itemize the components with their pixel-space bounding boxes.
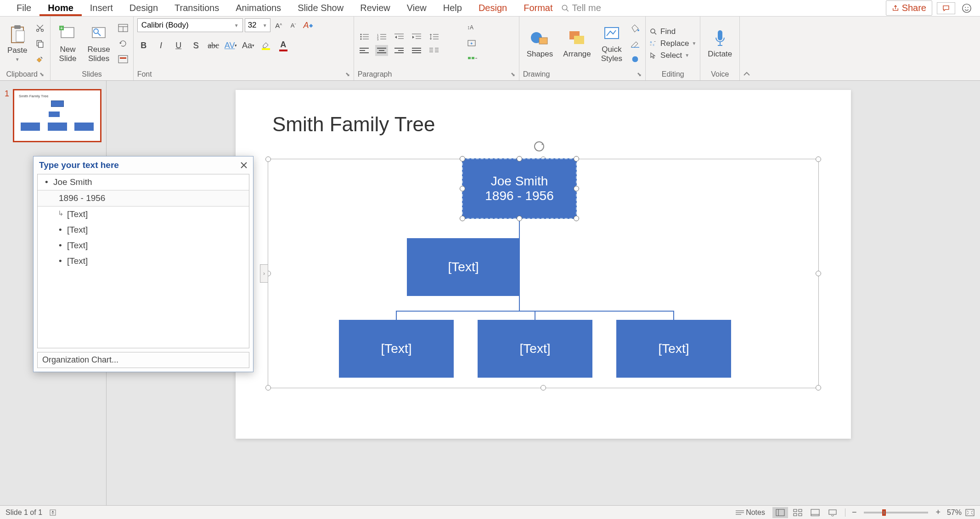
text-direction-button[interactable]: ↕A [466, 22, 479, 34]
highlight-button[interactable] [259, 39, 272, 51]
feedback-button[interactable] [962, 3, 972, 13]
text-pane-item-editing[interactable]: 1896 - 1956 [38, 190, 249, 206]
resize-handle[interactable] [816, 385, 821, 391]
text-pane-item[interactable]: [Text] [38, 222, 249, 238]
cut-button[interactable] [34, 22, 46, 34]
resize-handle[interactable] [574, 186, 579, 191]
text-shadow-button[interactable]: S [190, 39, 203, 51]
increase-indent-button[interactable] [410, 31, 423, 42]
shape-outline-button[interactable] [629, 37, 642, 50]
resize-handle[interactable] [517, 156, 522, 162]
tab-transitions[interactable]: Transitions [166, 0, 227, 16]
dialog-launcher-icon[interactable]: ⬊ [39, 71, 44, 78]
resize-handle[interactable] [816, 156, 821, 162]
strikethrough-button[interactable]: abc [207, 39, 220, 51]
align-text-button[interactable]: ✦ [466, 37, 479, 50]
resize-handle[interactable] [460, 156, 465, 162]
text-pane-item[interactable]: Joe Smith [38, 174, 249, 190]
tab-smartart-design[interactable]: Design [470, 0, 515, 16]
reuse-slides-button[interactable]: Reuse Slides [84, 22, 113, 65]
resize-handle[interactable] [574, 216, 579, 221]
shapes-button[interactable]: Shapes [523, 27, 557, 61]
clear-formatting-button[interactable]: A◆ [302, 19, 315, 31]
increase-font-button[interactable]: A^ [272, 19, 285, 31]
tab-smartart-format[interactable]: Format [515, 0, 561, 16]
tab-insert[interactable]: Insert [82, 0, 121, 16]
tab-help[interactable]: Help [435, 0, 470, 16]
layout-button[interactable] [117, 22, 130, 34]
change-case-button[interactable]: Aa▾ [242, 39, 255, 51]
tab-home[interactable]: Home [39, 0, 82, 16]
zoom-in-button[interactable]: + [933, 508, 943, 517]
columns-button[interactable] [428, 45, 440, 56]
slide-title-text[interactable]: Smith Family Tree [272, 113, 435, 136]
rotate-handle[interactable] [532, 140, 546, 153]
underline-button[interactable]: U [172, 39, 185, 51]
org-node-root[interactable]: Joe Smith 1896 - 1956 [462, 158, 577, 219]
tab-animations[interactable]: Animations [227, 0, 289, 16]
italic-button[interactable]: I [155, 39, 168, 51]
tab-view[interactable]: View [399, 0, 435, 16]
reading-view-button[interactable] [807, 507, 823, 518]
slide-canvas[interactable]: Smith Family Tree › [236, 90, 851, 439]
bold-button[interactable]: B [137, 39, 150, 51]
reset-button[interactable] [117, 37, 130, 50]
font-size-combo[interactable]: 32▼ [245, 18, 270, 32]
resize-handle[interactable] [816, 271, 821, 276]
shape-fill-button[interactable] [629, 22, 642, 34]
copy-button[interactable] [34, 37, 46, 50]
zoom-slider[interactable] [864, 512, 928, 513]
org-node-child-2[interactable]: [Text] [478, 320, 592, 378]
decrease-font-button[interactable]: Aˇ [287, 19, 300, 31]
dialog-launcher-icon[interactable]: ⬊ [345, 71, 350, 78]
text-pane-item[interactable]: [Text] [38, 238, 249, 253]
align-center-button[interactable] [375, 45, 388, 56]
slideshow-view-button[interactable] [825, 507, 840, 518]
resize-handle[interactable] [574, 156, 579, 162]
line-spacing-button[interactable] [428, 31, 440, 42]
tab-design[interactable]: Design [121, 0, 166, 16]
font-name-combo[interactable]: Calibri (Body)▼ [137, 18, 243, 32]
resize-handle[interactable] [265, 156, 271, 162]
paste-button[interactable]: Paste ▼ [4, 23, 31, 64]
normal-view-button[interactable] [772, 507, 788, 518]
slide-sorter-view-button[interactable] [790, 507, 805, 518]
text-pane-item[interactable]: [Text] [38, 253, 249, 269]
notes-button[interactable]: Notes [736, 508, 765, 517]
shape-effects-button[interactable] [629, 53, 642, 66]
resize-handle[interactable] [541, 385, 546, 391]
tab-file[interactable]: File [8, 0, 39, 16]
smartart-bounding-box[interactable]: › Joe Smith 1896 - [268, 159, 819, 388]
arrange-button[interactable]: Arrange [559, 27, 594, 61]
new-slide-button[interactable]: + New Slide [54, 22, 81, 65]
dictate-button[interactable]: Dictate [704, 27, 736, 61]
share-button[interactable]: Share [886, 0, 932, 16]
slider-thumb[interactable] [882, 509, 886, 516]
org-node-assistant[interactable]: [Text] [407, 238, 520, 296]
text-pane-footer[interactable]: Organization Chart... [37, 352, 249, 368]
char-spacing-button[interactable]: AV▾ [225, 39, 237, 51]
replace-button[interactable]: acReplace▼ [649, 39, 696, 48]
find-button[interactable]: Find [649, 27, 696, 36]
resize-handle[interactable] [460, 186, 465, 191]
resize-handle[interactable] [265, 385, 271, 391]
resize-handle[interactable] [517, 216, 522, 221]
fit-to-window-button[interactable] [965, 509, 974, 516]
dialog-launcher-icon[interactable]: ⬊ [511, 71, 515, 78]
tab-slideshow[interactable]: Slide Show [289, 0, 352, 16]
close-button[interactable] [240, 162, 248, 169]
justify-button[interactable] [410, 45, 423, 56]
font-color-button[interactable]: A [277, 39, 290, 51]
org-node-child-1[interactable]: [Text] [339, 320, 454, 378]
collapse-ribbon-button[interactable] [740, 17, 754, 80]
convert-smartart-button[interactable] [466, 53, 479, 66]
decrease-indent-button[interactable] [393, 31, 406, 42]
tell-me-search[interactable]: Tell me [561, 3, 601, 13]
slide-thumbnail-1[interactable]: Smith Family Tree [13, 89, 101, 142]
text-pane-item[interactable]: [Text] [38, 206, 249, 222]
align-right-button[interactable] [393, 45, 406, 56]
smartart-text-pane[interactable]: Type your text here Joe Smith 1896 - 195… [33, 156, 253, 372]
align-left-button[interactable] [358, 45, 371, 56]
org-node-child-3[interactable]: [Text] [616, 320, 731, 378]
section-button[interactable] [117, 53, 130, 66]
